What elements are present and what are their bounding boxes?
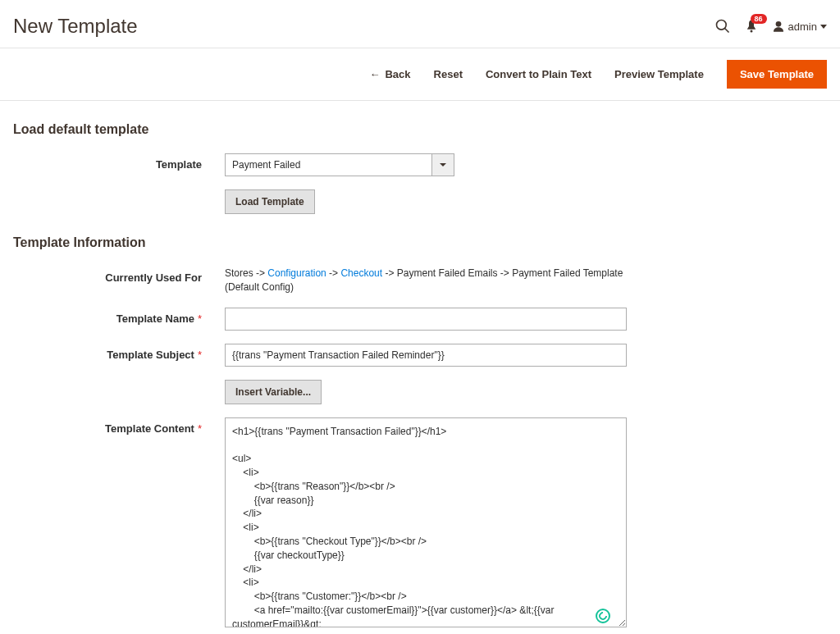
back-button[interactable]: ← Back	[369, 68, 410, 80]
notifications-icon[interactable]: 86	[744, 19, 759, 34]
svg-point-2	[750, 30, 752, 33]
load-default-section: Load default template Template Payment F…	[0, 122, 840, 214]
arrow-left-icon: ←	[369, 68, 380, 80]
admin-user-menu[interactable]: admin	[772, 20, 827, 33]
label-currently-used-for: Currently Used For	[13, 267, 225, 284]
svg-line-1	[724, 29, 728, 33]
admin-user-label: admin	[788, 21, 817, 33]
notification-badge: 86	[751, 14, 767, 24]
link-checkout[interactable]: Checkout	[340, 267, 382, 279]
chevron-down-icon	[440, 163, 446, 166]
action-toolbar: ← Back Reset Convert to Plain Text Previ…	[0, 48, 840, 101]
convert-plaintext-button[interactable]: Convert to Plain Text	[486, 68, 591, 80]
label-template-name: Template Name	[13, 308, 225, 325]
load-template-button[interactable]: Load Template	[225, 189, 315, 214]
template-info-section: Template Information Currently Used For …	[0, 235, 840, 630]
search-icon[interactable]	[714, 18, 731, 34]
user-icon	[772, 20, 785, 33]
page-title: New Template	[13, 15, 138, 38]
section-title-load-default: Load default template	[13, 122, 827, 137]
chevron-down-icon	[820, 25, 827, 29]
link-configuration[interactable]: Configuration	[267, 267, 326, 279]
template-content-textarea[interactable]	[225, 417, 627, 627]
grammarly-icon[interactable]	[596, 609, 610, 623]
label-template-content: Template Content	[13, 417, 225, 435]
insert-variable-button[interactable]: Insert Variable...	[225, 380, 322, 404]
header-actions: 86 admin	[714, 18, 827, 34]
template-select-value: Payment Failed	[225, 153, 431, 176]
back-label: Back	[385, 68, 410, 80]
reset-button[interactable]: Reset	[434, 68, 463, 80]
svg-point-0	[716, 21, 726, 30]
label-template: Template	[13, 153, 225, 171]
page-header: New Template 86 admin	[0, 0, 840, 48]
save-template-button[interactable]: Save Template	[727, 60, 827, 89]
section-title-template-info: Template Information	[13, 235, 827, 250]
template-select[interactable]: Payment Failed	[225, 153, 454, 176]
template-select-toggle[interactable]	[431, 153, 454, 176]
currently-used-for-value: Stores -> Configuration -> Checkout -> P…	[225, 267, 627, 294]
template-subject-input[interactable]	[225, 344, 627, 367]
label-template-subject: Template Subject	[13, 344, 225, 361]
preview-template-button[interactable]: Preview Template	[614, 68, 704, 80]
template-name-input[interactable]	[225, 308, 627, 331]
svg-point-3	[775, 21, 781, 27]
